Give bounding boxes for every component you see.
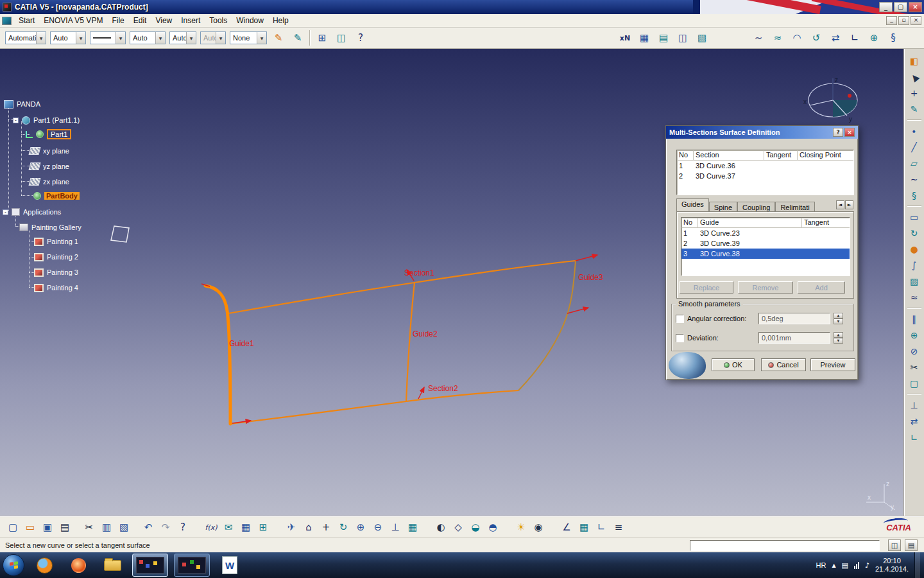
line-type-combo[interactable]: ▼: [90, 31, 126, 44]
column-header[interactable]: Tangent: [764, 150, 798, 160]
guides-row-3-selected[interactable]: 3 3D Curve.38: [681, 249, 850, 259]
start-button[interactable]: [3, 554, 24, 576]
link-window-icon[interactable]: ⊞: [314, 30, 330, 46]
snap-icon[interactable]: +: [907, 86, 922, 100]
light-icon[interactable]: ☀: [513, 520, 529, 535]
tree-node-painting-4[interactable]: Painting 4: [34, 283, 78, 293]
column-header[interactable]: Closing Point: [798, 150, 853, 160]
curve-icon[interactable]: ∼: [907, 172, 922, 186]
menu-enovia[interactable]: ENOVIA V5 VPM: [39, 15, 107, 26]
helix-tool-icon[interactable]: §: [907, 188, 922, 202]
chevron-down-icon[interactable]: ▼: [116, 32, 125, 44]
chevron-down-icon[interactable]: ▼: [186, 32, 196, 44]
layer-combo[interactable]: None ▼: [230, 31, 267, 44]
spline-icon[interactable]: ∼: [751, 30, 766, 46]
measure-icon[interactable]: ∠: [559, 520, 574, 535]
tree-node-painting-3[interactable]: Painting 3: [34, 267, 78, 277]
wireframe-icon[interactable]: ◇: [450, 520, 466, 535]
open-icon[interactable]: ▭: [22, 520, 38, 535]
fly-mode-icon[interactable]: ✈: [284, 520, 299, 535]
preview-button[interactable]: Preview: [810, 358, 855, 371]
tree-label-highlighted[interactable]: PartBody: [44, 192, 80, 200]
parameters-icon[interactable]: xN: [617, 30, 633, 46]
stamp-icon[interactable]: ◫: [675, 30, 690, 46]
formula-icon[interactable]: f(x): [203, 520, 219, 535]
collapse-icon[interactable]: -: [13, 118, 19, 123]
replace-button[interactable]: Replace: [680, 281, 733, 293]
design-table-icon[interactable]: ⊞: [255, 520, 271, 535]
boundary-icon[interactable]: ▢: [907, 376, 922, 390]
column-header[interactable]: Section: [694, 150, 764, 160]
join-icon[interactable]: ⊕: [907, 328, 922, 342]
line-weight-combo[interactable]: Auto ▼: [130, 31, 166, 44]
mdi-close-button[interactable]: ×: [911, 16, 921, 25]
normal-view-icon[interactable]: ⊥: [388, 520, 403, 535]
painter-icon[interactable]: ✎: [271, 30, 286, 46]
fill-color-combo[interactable]: Auto ▼: [50, 31, 86, 44]
collapse-icon[interactable]: -: [3, 209, 8, 215]
axis-system-tool-icon[interactable]: ∟: [907, 430, 922, 444]
graphic-style-combo[interactable]: Automatic ▼: [5, 31, 46, 44]
spin-down-icon[interactable]: ▼: [834, 319, 843, 324]
guides-row-2[interactable]: 2 3D Curve.39: [681, 238, 850, 249]
tree-node-painting-gallery[interactable]: Painting Gallery: [19, 222, 81, 232]
multi-sections-icon[interactable]: ≈: [907, 290, 922, 304]
mail-icon[interactable]: ✉: [221, 520, 236, 535]
media-player-taskbar-button[interactable]: [64, 554, 92, 577]
column-header[interactable]: No: [681, 218, 698, 227]
menu-file[interactable]: File: [107, 15, 128, 26]
whats-this-icon[interactable]: ?: [353, 30, 368, 46]
fit-all-icon[interactable]: ⌂: [301, 520, 316, 535]
cut-icon[interactable]: ✂: [81, 520, 97, 535]
angular-correction-field[interactable]: [758, 313, 830, 324]
projection-icon[interactable]: ⊥: [907, 398, 922, 412]
mirror-icon[interactable]: ⇄: [828, 30, 843, 46]
rotate-icon[interactable]: ↻: [336, 520, 351, 535]
swap-visible-icon[interactable]: ◓: [485, 520, 501, 535]
tree-node-xy-plane[interactable]: xy plane: [30, 146, 69, 156]
save-icon[interactable]: ▣: [40, 520, 55, 535]
layers-icon[interactable]: ▧: [694, 30, 710, 46]
line-icon[interactable]: ╱: [907, 140, 922, 154]
tree-node-painting-2[interactable]: Painting 2: [34, 252, 78, 262]
shading-icon[interactable]: ◐: [433, 520, 449, 535]
add-button[interactable]: Add: [798, 281, 845, 293]
tab-scroll-left-icon[interactable]: ◄: [836, 200, 844, 209]
menu-lines-icon[interactable]: ≡: [611, 520, 626, 535]
chevron-down-icon[interactable]: ▼: [36, 32, 46, 44]
deviation-checkbox[interactable]: [676, 334, 684, 342]
sections-table[interactable]: No Section Tangent Closing Point 1 3D Cu…: [676, 150, 854, 195]
menu-insert[interactable]: Insert: [176, 15, 205, 26]
close-button[interactable]: ×: [909, 2, 922, 12]
keyboard-tray-icon[interactable]: ▤: [842, 561, 848, 570]
multi-view-icon[interactable]: ▦: [405, 520, 420, 535]
column-header[interactable]: Tangent: [802, 218, 850, 227]
tree-node-product[interactable]: PANDA: [4, 99, 40, 109]
angular-correction-checkbox[interactable]: [676, 315, 684, 323]
taskbar-clock[interactable]: 20:10 21.4.2014.: [875, 557, 909, 574]
menu-view[interactable]: View: [151, 15, 176, 26]
connect-icon[interactable]: ⊕: [866, 30, 882, 46]
language-indicator[interactable]: HR: [816, 561, 826, 569]
title-bar[interactable]: CATIA V5 - [novapanda.CATProduct] _ ▢ ×: [0, 0, 924, 14]
split-icon[interactable]: ⊘: [907, 344, 922, 358]
status-tool-icon[interactable]: ◫: [888, 539, 901, 551]
explorer-taskbar-button[interactable]: [98, 554, 126, 577]
tree-node-part[interactable]: Part1: [26, 129, 71, 139]
firefox-taskbar-button[interactable]: [30, 554, 58, 577]
network-icon[interactable]: [854, 562, 859, 569]
ok-button[interactable]: OK: [712, 358, 755, 371]
menu-edit[interactable]: Edit: [129, 15, 151, 26]
arc-icon[interactable]: ◠: [789, 30, 805, 46]
catia-taskbar-button-2[interactable]: [174, 554, 210, 577]
loop-icon[interactable]: ↺: [809, 30, 824, 46]
maximize-button[interactable]: ▢: [894, 2, 907, 12]
undo-icon[interactable]: ↶: [141, 520, 156, 535]
hide-show-icon[interactable]: ◒: [468, 520, 483, 535]
chevron-down-icon[interactable]: ▼: [76, 32, 85, 44]
sketcher-icon[interactable]: ✎: [907, 102, 922, 116]
fill-icon[interactable]: ▨: [907, 274, 922, 288]
point-symbol-combo[interactable]: Auto ▼: [169, 31, 196, 44]
extrude-icon[interactable]: ▭: [907, 210, 922, 224]
sweep-surface-icon[interactable]: ∫: [907, 258, 922, 272]
